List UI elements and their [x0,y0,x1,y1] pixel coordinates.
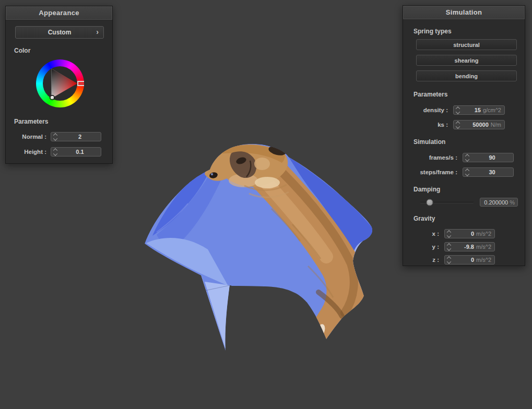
sv-marker[interactable] [50,95,54,100]
steps-value: 30 [489,169,495,175]
gravity-x-label: x : [411,231,439,237]
ks-label: ks : [411,122,448,128]
spinner-arrows-icon[interactable] [454,106,462,114]
spinner-arrows-icon[interactable] [51,133,59,141]
ks-unit: N/m [491,122,501,128]
sv-triangle[interactable] [36,59,84,107]
preset-dropdown-button[interactable]: Custom › [15,26,104,39]
structural-button[interactable]: structural [416,39,517,50]
app-window: Appearance Custom › Color Parameters Nor… [0,0,532,409]
gravity-y-unit: m/s^2 [476,244,491,250]
spinner-arrows-icon[interactable] [445,256,453,264]
damping-label: Damping [413,186,525,193]
shearing-button[interactable]: shearing [416,55,517,66]
height-row: Height : 0.1 [6,147,112,157]
height-input[interactable]: 0.1 [51,147,101,157]
frames-row: frames/s : 90 [403,153,525,162]
simulation-panel: Simulation Spring types structural shear… [403,5,525,266]
simulation-panel-titlebar[interactable]: Simulation [403,6,525,20]
gravity-y-input[interactable]: -9.8 m/s^2 [444,242,495,251]
frames-label: frames/s : [411,154,457,161]
normal-input[interactable]: 2 [51,132,101,141]
spring-types-label: Spring types [413,28,525,35]
ks-input[interactable]: 50000 N/m [453,120,505,129]
steps-row: steps/frame : 30 [403,167,525,177]
gravity-x-unit: m/s^2 [476,231,491,237]
spinner-arrows-icon[interactable] [463,154,471,162]
gravity-z-label: z : [411,257,439,263]
spinner-arrows-icon[interactable] [454,121,462,129]
height-value: 0.1 [76,149,84,155]
density-label: density : [411,107,448,113]
gravity-z-input[interactable]: 0 m/s^2 [444,255,495,264]
density-value: 15 [475,107,481,113]
density-input[interactable]: 15 g/cm^2 [453,105,505,115]
color-wheel[interactable] [36,59,84,107]
damping-value-box[interactable]: 0.200000 % [480,198,518,207]
gravity-x-value: 0 [471,231,474,237]
chevron-right-icon: › [96,28,99,36]
simulation-section-label: Simulation [413,138,525,146]
damping-row: 0.200000 % [420,198,525,207]
gravity-z-unit: m/s^2 [476,257,491,263]
appearance-panel-titlebar[interactable]: Appearance [6,6,112,20]
appearance-panel: Appearance Custom › Color Parameters Nor… [5,6,113,164]
steps-label: steps/frame : [411,169,457,175]
spinner-arrows-icon[interactable] [445,243,453,251]
normal-label: Normal : [10,134,46,140]
height-label: Height : [10,149,46,155]
damping-slider[interactable] [420,201,474,203]
normal-value: 2 [78,134,81,140]
gravity-y-row: y : -9.8 m/s^2 [403,242,525,251]
density-unit: g/cm^2 [483,107,501,113]
bending-button[interactable]: bending [416,70,517,81]
gravity-z-value: 0 [471,257,474,263]
damping-slider-handle[interactable] [427,199,433,206]
ks-value: 50000 [472,122,489,128]
damping-unit: % [510,199,515,206]
spinner-arrows-icon[interactable] [51,148,59,156]
gravity-label: Gravity [413,215,525,222]
color-section-label: Color [14,47,112,54]
gravity-y-value: -9.8 [464,244,474,250]
steps-input[interactable]: 30 [463,167,514,177]
gravity-y-label: y : [411,244,439,250]
appearance-panel-title: Appearance [39,9,79,17]
simulation-panel-title: Simulation [446,8,482,16]
density-row: density : 15 g/cm^2 [403,105,525,115]
frames-value: 90 [489,154,495,161]
damping-value: 0.200000 [484,199,508,206]
gravity-z-row: z : 0 m/s^2 [403,255,525,264]
hue-marker[interactable] [78,81,84,86]
gravity-x-row: x : 0 m/s^2 [403,229,525,238]
spinner-arrows-icon[interactable] [463,169,471,176]
frames-input[interactable]: 90 [463,153,514,162]
cloth-object [145,144,372,351]
ks-row: ks : 50000 N/m [403,120,525,129]
gravity-x-input[interactable]: 0 m/s^2 [444,229,495,238]
normal-row: Normal : 2 [6,132,112,141]
preset-dropdown-label: Custom [48,29,72,36]
appearance-parameters-label: Parameters [14,118,112,125]
simulation-parameters-label: Parameters [413,91,525,98]
spinner-arrows-icon[interactable] [445,230,453,238]
